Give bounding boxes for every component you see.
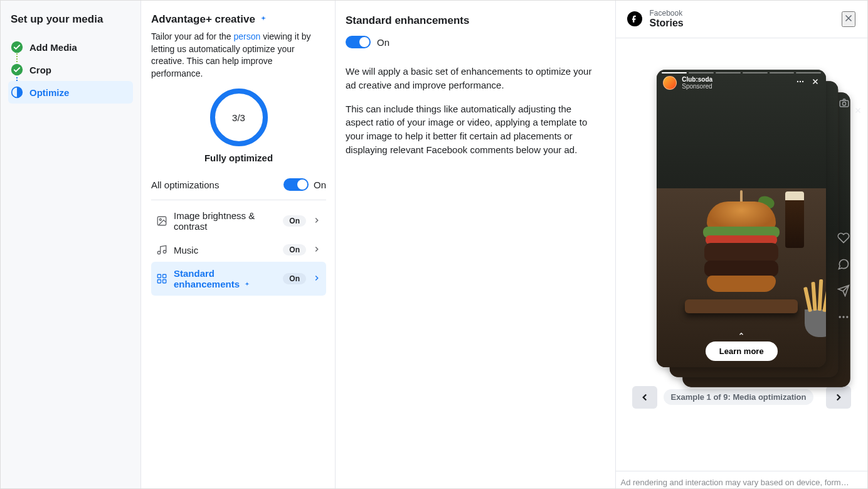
progress-fraction: 3/3 xyxy=(209,87,269,148)
step-optimize[interactable]: Optimize xyxy=(8,81,133,104)
detail-panel: Standard enhancements On We will apply a… xyxy=(336,1,616,488)
svg-point-16 xyxy=(843,316,845,318)
preview-header: Facebook Stories xyxy=(616,1,868,38)
chevron-right-icon xyxy=(312,216,321,227)
svg-point-7 xyxy=(157,252,161,255)
preview-panel: Facebook Stories xyxy=(616,1,868,488)
step-label: Crop xyxy=(29,65,51,75)
step-label: Add Media xyxy=(29,42,77,53)
check-circle-icon xyxy=(11,63,23,76)
brand-avatar xyxy=(663,76,677,90)
svg-rect-9 xyxy=(157,275,161,278)
detail-toggle-state: On xyxy=(377,37,389,48)
preview-footer-note: Ad rendering and interaction may vary ba… xyxy=(616,471,868,488)
sidebar-title: Set up your media xyxy=(8,13,133,26)
all-optimizations-toggle[interactable] xyxy=(283,178,309,191)
svg-point-6 xyxy=(159,219,161,221)
all-optimizations-state: On xyxy=(314,180,326,190)
close-icon xyxy=(843,13,854,24)
preview-placement: Stories xyxy=(650,18,684,29)
close-button[interactable] xyxy=(842,11,855,27)
optimize-title: Advantage+ creative xyxy=(151,13,326,26)
facebook-icon xyxy=(627,11,642,26)
svg-point-20 xyxy=(802,81,803,82)
detail-toggle[interactable] xyxy=(346,36,371,48)
svg-rect-13 xyxy=(840,100,849,107)
svg-point-15 xyxy=(839,316,841,318)
half-circle-icon xyxy=(11,86,23,99)
cta-learn-more[interactable]: Learn more xyxy=(706,341,778,361)
story-side-icons xyxy=(837,232,850,323)
step-label: Optimize xyxy=(29,87,69,98)
more-icon xyxy=(837,311,850,323)
optimize-description: Tailor your ad for the person viewing it… xyxy=(151,31,326,80)
progress-ring: 3/3 xyxy=(209,87,269,148)
camera-icon xyxy=(839,97,850,110)
story-card-front: Club:soda Sponsored Learn more xyxy=(657,70,826,367)
opt-item-label: Image brightness & contrast xyxy=(174,210,277,232)
chevron-left-icon xyxy=(639,392,650,403)
send-icon xyxy=(837,284,850,297)
close-icon[interactable] xyxy=(811,77,820,88)
pager-label: Example 1 of 9: Media optimization xyxy=(664,389,814,405)
opt-item-brightness[interactable]: Image brightness & contrast On xyxy=(151,204,326,238)
chevron-right-icon xyxy=(833,392,844,403)
progress-caption: Fully optimized xyxy=(204,153,273,163)
step-add-media[interactable]: Add Media xyxy=(8,36,133,58)
comment-icon xyxy=(837,258,850,271)
optimize-panel: Advantage+ creative Tailor your ad for t… xyxy=(141,1,336,488)
detail-paragraph-1: We will apply a basic set of enhancement… xyxy=(346,65,598,92)
svg-point-14 xyxy=(843,102,846,105)
all-optimizations-label: All optimizations xyxy=(151,180,219,190)
music-icon xyxy=(156,244,167,255)
sparkle-icon xyxy=(243,281,251,289)
story-preview: Club:soda Sponsored Learn more xyxy=(657,70,826,367)
svg-point-17 xyxy=(846,316,848,318)
more-icon[interactable] xyxy=(796,77,805,88)
opt-item-state: On xyxy=(283,244,306,255)
image-icon xyxy=(156,215,167,227)
svg-rect-11 xyxy=(157,280,161,283)
pager-next-button[interactable] xyxy=(826,386,851,409)
sparkle-icon xyxy=(259,15,268,24)
svg-point-19 xyxy=(800,81,801,82)
chevron-right-icon xyxy=(312,245,321,255)
setup-sidebar: Set up your media Add Media Crop xyxy=(1,1,141,488)
svg-point-18 xyxy=(797,81,798,82)
brand-meta: Club:soda Sponsored xyxy=(682,76,712,90)
preview-channel: Facebook xyxy=(650,9,684,18)
svg-rect-12 xyxy=(163,280,166,283)
detail-paragraph-2: This can include things like automatical… xyxy=(346,102,598,157)
heart-icon xyxy=(837,232,850,244)
pager-prev-button[interactable] xyxy=(632,386,657,409)
opt-item-state: On xyxy=(283,215,306,227)
step-crop[interactable]: Crop xyxy=(8,58,133,81)
preview-pager: Example 1 of 9: Media optimization xyxy=(622,386,862,409)
svg-rect-10 xyxy=(163,275,166,278)
detail-title: Standard enhancements xyxy=(346,14,598,27)
opt-item-standard-enhancements[interactable]: Standard enhancements On xyxy=(151,262,326,296)
opt-item-music[interactable]: Music On xyxy=(151,238,326,262)
person-link[interactable]: person xyxy=(234,31,261,41)
chevron-up-icon xyxy=(736,329,746,339)
check-circle-icon xyxy=(11,41,23,53)
opt-item-label: Music xyxy=(174,245,277,255)
svg-point-8 xyxy=(163,250,166,254)
opt-item-state: On xyxy=(283,273,306,284)
grid-icon xyxy=(156,273,167,284)
close-icon xyxy=(854,106,862,117)
opt-item-label: Standard enhancements xyxy=(174,268,277,289)
chevron-right-icon xyxy=(312,274,321,284)
